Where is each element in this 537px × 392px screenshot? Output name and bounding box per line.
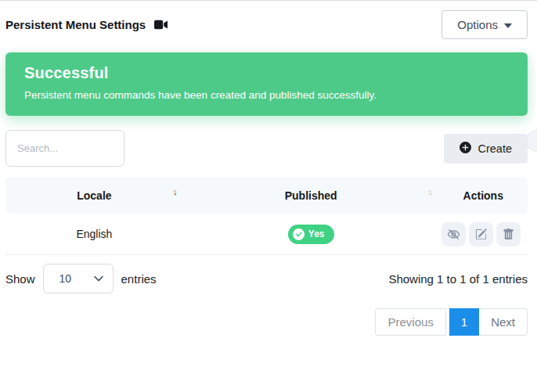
success-alert: Successful Persistent menu commands have… — [5, 52, 528, 116]
eye-slash-icon — [447, 228, 460, 241]
page-size-control: Show 10 entries — [5, 264, 157, 293]
sort-icon[interactable]: ↑↓ — [171, 187, 175, 196]
published-status-badge: Yes — [288, 225, 334, 244]
search-input[interactable] — [5, 130, 124, 167]
locales-table: Locale ↑↓ Published ↑↓ Actions English — [5, 177, 528, 255]
table-row: English Yes — [5, 214, 528, 255]
pagination-next-button[interactable]: Next — [479, 308, 528, 336]
edit-icon — [475, 228, 487, 240]
pagination-page-1-button[interactable]: 1 — [449, 308, 479, 336]
page-size-select[interactable]: 10 — [43, 264, 114, 293]
page-header: Persistent Menu Settings Options — [5, 10, 528, 39]
entries-summary: Showing 1 to 1 of 1 entries — [388, 272, 528, 286]
persistent-menu-settings-page: Persistent Menu Settings Options Success… — [0, 10, 537, 336]
delete-button[interactable] — [496, 222, 521, 246]
options-button[interactable]: Options — [441, 10, 528, 39]
create-button[interactable]: Create — [444, 134, 528, 164]
edit-button[interactable] — [469, 222, 493, 246]
pagination-previous-button[interactable]: Previous — [375, 308, 445, 336]
table-toolbar: Create — [5, 130, 528, 167]
alert-message: Persistent menu commands have been creat… — [24, 89, 509, 101]
entries-label: entries — [121, 272, 157, 286]
partial-offscreen-button[interactable] — [526, 130, 537, 152]
options-button-label: Options — [457, 18, 498, 31]
column-header-published-label: Published — [285, 189, 337, 202]
actions-cell — [439, 222, 528, 246]
plus-circle-icon — [460, 142, 471, 156]
page-title-wrap: Persistent Menu Settings — [5, 18, 168, 31]
pagination-row: Previous 1 Next — [5, 308, 528, 336]
column-header-actions: Actions — [439, 189, 528, 202]
alert-title: Successful — [24, 64, 509, 82]
page-size-value: 10 — [59, 272, 72, 285]
table-footer: Show 10 entries Showing 1 to 1 of 1 entr… — [5, 264, 528, 293]
camera-video-icon — [154, 20, 168, 30]
check-circle-icon — [293, 228, 305, 240]
hide-button[interactable] — [441, 222, 466, 246]
page-title: Persistent Menu Settings — [5, 18, 146, 31]
column-header-actions-label: Actions — [463, 189, 503, 202]
published-status-label: Yes — [308, 228, 325, 239]
pagination: Previous 1 Next — [375, 308, 528, 336]
chevron-down-icon — [94, 275, 103, 282]
caret-down-icon — [504, 23, 512, 28]
sort-icon[interactable]: ↑↓ — [427, 187, 431, 196]
published-cell: Yes — [183, 225, 439, 244]
create-button-label: Create — [478, 142, 512, 155]
column-header-locale: Locale ↑↓ — [5, 189, 183, 202]
table-header-row: Locale ↑↓ Published ↑↓ Actions — [5, 177, 528, 214]
trash-icon — [503, 228, 514, 240]
column-header-published: Published ↑↓ — [183, 189, 439, 202]
locale-cell: English — [5, 228, 183, 240]
column-header-locale-label: Locale — [77, 189, 111, 202]
show-label: Show — [5, 272, 35, 286]
